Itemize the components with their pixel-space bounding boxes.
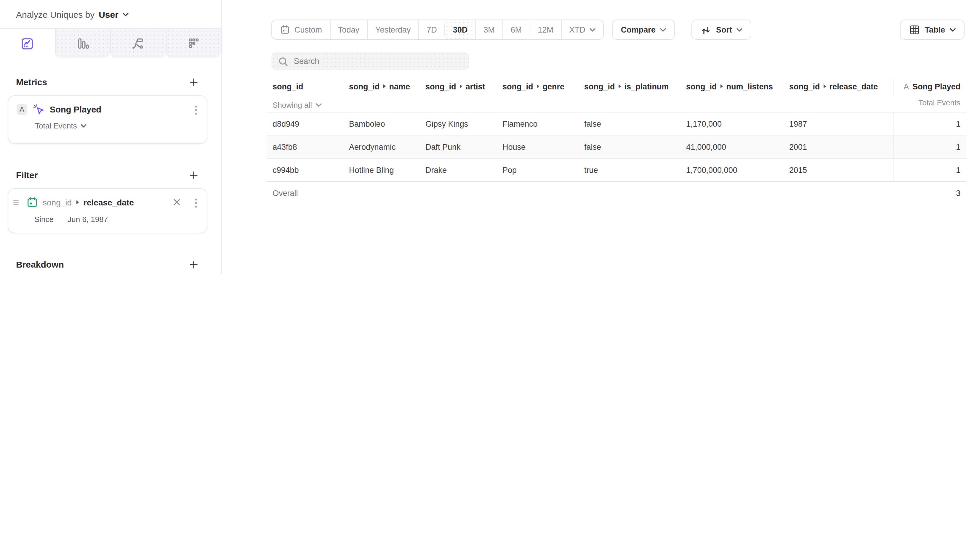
date-range-xtd[interactable]: XTD xyxy=(561,20,603,39)
showing-all-label: Showing all xyxy=(272,101,312,109)
filter-kebab-menu[interactable] xyxy=(195,198,197,208)
column-header-song-id[interactable]: song_id xyxy=(272,79,349,96)
add-filter-button[interactable] xyxy=(189,171,198,179)
tab-insights[interactable] xyxy=(0,29,55,58)
drag-handle-icon[interactable] xyxy=(13,200,19,205)
date-range-label: 12M xyxy=(538,25,554,34)
cell-num-listens: 41,000,000 xyxy=(686,136,789,158)
cell-name: Hotline Bling xyxy=(349,159,425,181)
filter-card[interactable]: song_id release_date Since Jun 6, 1987 xyxy=(8,188,207,233)
analysis-header: Analyze Uniques by User xyxy=(0,0,221,29)
cell-artist: Gipsy Kings xyxy=(425,113,503,135)
cell-genre: Pop xyxy=(503,159,584,181)
chevron-right-icon xyxy=(383,84,386,89)
cell-name: Aerodynamic xyxy=(349,136,425,158)
date-range-12m[interactable]: 12M xyxy=(530,20,561,39)
date-range-label: Today xyxy=(338,25,360,34)
column-label: genre xyxy=(543,82,565,91)
column-header-name[interactable]: song_id name xyxy=(349,79,425,96)
search-icon xyxy=(277,55,288,66)
filter-operator-dropdown[interactable]: Since xyxy=(34,215,54,224)
sort-arrows-icon xyxy=(701,24,711,35)
analysis-prefix-label: Analyze Uniques by xyxy=(16,9,94,19)
date-range-custom[interactable]: Custom xyxy=(272,20,330,39)
cell-metric-value: 1 xyxy=(894,159,966,181)
table-overall-row: Overall 3 xyxy=(267,182,966,205)
date-range-6m[interactable]: 6M xyxy=(503,20,530,39)
cell-genre: House xyxy=(503,136,584,158)
remove-filter-icon[interactable] xyxy=(173,198,181,206)
date-range-yesterday[interactable]: Yesterday xyxy=(367,20,418,39)
tab-flows[interactable] xyxy=(110,29,165,58)
column-label: song_id xyxy=(272,82,303,91)
cell-release-date: 2015 xyxy=(789,159,894,181)
column-label: num_listens xyxy=(726,82,773,91)
search-input[interactable] xyxy=(293,56,463,66)
date-range-30d[interactable]: 30D xyxy=(445,20,476,39)
chart-type-button[interactable]: Table xyxy=(900,19,965,40)
filter-property: release_date xyxy=(84,197,134,207)
cell-release-date: 1987 xyxy=(789,113,894,135)
date-range-label: 30D xyxy=(453,25,468,34)
insights-report-page: Analyze Uniques by User Metrics xyxy=(0,0,980,274)
compare-button[interactable]: Compare xyxy=(612,19,675,40)
cell-release-date: 2001 xyxy=(789,136,894,158)
event-cursor-icon xyxy=(33,104,45,116)
cell-metric-value: 1 xyxy=(894,136,966,158)
column-header-is-platinum[interactable]: song_id is_platinum xyxy=(584,79,686,96)
results-table: song_id song_id name song_id artist song… xyxy=(267,79,966,205)
table-row[interactable]: d8d949 Bamboleo Gipsy Kings Flamenco fal… xyxy=(267,113,966,136)
report-type-tabs xyxy=(0,29,221,58)
column-header-genre[interactable]: song_id genre xyxy=(503,79,584,96)
chevron-down-icon xyxy=(737,27,743,32)
table-search-box xyxy=(271,52,469,70)
breakdown-section-header: Breakdown xyxy=(8,259,207,270)
sort-button[interactable]: Sort xyxy=(692,19,752,40)
column-header-release-date[interactable]: song_id release_date xyxy=(789,79,894,96)
cell-is-platinum: true xyxy=(584,159,686,181)
tab-retention[interactable] xyxy=(165,29,221,58)
analysis-entity-dropdown[interactable]: User xyxy=(99,9,118,19)
metric-aggregation-dropdown[interactable]: Total Events xyxy=(35,121,199,130)
filter-parent-property: song_id xyxy=(43,197,72,207)
breakdown-title: Breakdown xyxy=(16,259,64,270)
column-header-num-listens[interactable]: song_id num_listens xyxy=(686,79,789,96)
metrics-section-header: Metrics xyxy=(8,77,207,87)
date-range-3m[interactable]: 3M xyxy=(475,20,503,39)
column-parent: song_id xyxy=(503,82,533,91)
date-range-label: Yesterday xyxy=(375,25,410,34)
line-chart-icon xyxy=(21,36,35,51)
date-range-today[interactable]: Today xyxy=(330,20,367,39)
overall-label: Overall xyxy=(272,182,349,205)
compare-label: Compare xyxy=(621,25,655,34)
column-parent: song_id xyxy=(686,82,717,91)
chevron-right-icon xyxy=(823,84,827,89)
chevron-down-icon[interactable] xyxy=(123,12,129,16)
column-header-artist[interactable]: song_id artist xyxy=(425,79,503,96)
date-range-label: 3M xyxy=(484,25,495,34)
cell-is-platinum: false xyxy=(584,113,686,135)
date-range-label: XTD xyxy=(570,25,585,34)
cell-song-id: c994bb xyxy=(272,159,349,181)
metric-card[interactable]: A Song Played Total Events xyxy=(8,95,207,144)
date-range-7d[interactable]: 7D xyxy=(418,20,445,39)
column-label: is_platinum xyxy=(625,82,669,91)
table-grid-icon xyxy=(908,24,920,35)
cell-metric-value: 1 xyxy=(894,113,966,135)
overall-metric-value: 3 xyxy=(894,182,966,205)
metric-kebab-menu[interactable] xyxy=(195,105,197,115)
filter-title: Filter xyxy=(16,170,38,180)
chevron-right-icon xyxy=(720,84,724,89)
showing-all-dropdown[interactable]: Showing all xyxy=(272,98,349,112)
add-breakdown-button[interactable] xyxy=(189,260,198,268)
column-header-metric[interactable]: A Song Played xyxy=(894,79,966,96)
column-parent: song_id xyxy=(425,82,456,91)
add-metric-button[interactable] xyxy=(189,78,198,86)
filter-value[interactable]: Jun 6, 1987 xyxy=(68,215,108,224)
query-builder-sidebar: Analyze Uniques by User Metrics xyxy=(0,0,221,274)
metric-badge: A xyxy=(17,104,27,115)
table-row[interactable]: c994bb Hotline Bling Drake Pop true 1,70… xyxy=(267,159,966,182)
chevron-right-icon xyxy=(618,84,622,89)
tab-funnels[interactable] xyxy=(55,29,110,58)
table-row[interactable]: a43fb8 Aerodynamic Daft Punk House false… xyxy=(267,136,966,159)
